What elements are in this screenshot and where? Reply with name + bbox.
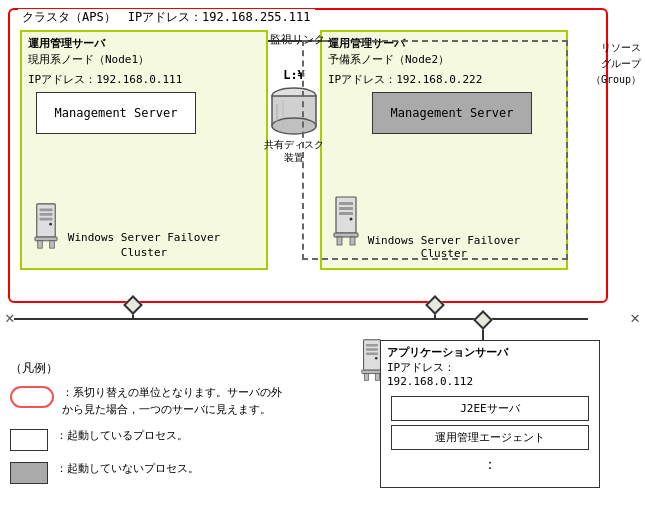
xmark-right: ✕: [630, 308, 640, 327]
ws-failover-right: Windows Server Failover Cluster: [364, 234, 524, 260]
network-hline: [14, 318, 588, 320]
app-server-ip: IPアドレス： 192.168.0.112: [381, 360, 599, 392]
j2ee-server-box: J2EEサーバ: [391, 396, 589, 421]
svg-rect-11: [339, 212, 353, 215]
svg-rect-28: [375, 374, 379, 381]
svg-rect-9: [339, 202, 353, 205]
app-server-title: アプリケーションサーバ: [381, 341, 599, 360]
svg-point-18: [272, 118, 316, 134]
mgmt-server-right: Management Server: [372, 92, 532, 134]
app-server-box: アプリケーションサーバ IPアドレス： 192.168.0.112 J2EEサー…: [380, 340, 600, 488]
ws-failover-left: Windows Server Failover Cluster: [64, 231, 224, 260]
svg-rect-10: [339, 207, 353, 210]
legend-rect-gray: [10, 462, 48, 484]
legend-item-1: ：系切り替えの単位となります。サーバの外から見た場合，一つのサーバに見えます。: [10, 385, 350, 418]
svg-point-4: [49, 223, 52, 226]
legend-title: （凡例）: [10, 360, 350, 377]
resource-group-label: リソースグループ（Group）: [591, 40, 641, 88]
svg-point-25: [375, 357, 378, 360]
svg-rect-6: [38, 241, 43, 248]
node-right-subtitle2: IPアドレス：192.168.0.222: [322, 71, 566, 91]
legend-item-3: ：起動していないプロセス。: [10, 461, 350, 484]
monitor-line: [268, 40, 332, 42]
svg-rect-14: [337, 237, 342, 245]
xmark-left: ✕: [5, 308, 15, 327]
mgmt-server-left: Management Server: [36, 92, 196, 134]
node-left-subtitle1: 現用系ノード（Node1）: [22, 51, 266, 71]
svg-rect-23: [366, 348, 378, 351]
svg-rect-2: [40, 213, 53, 216]
svg-rect-27: [364, 374, 368, 381]
diamond-app: [473, 310, 493, 330]
disk-icon: [269, 84, 319, 138]
svg-point-12: [350, 218, 353, 221]
legend-item-2: ：起動しているプロセス。: [10, 428, 350, 451]
node-right-subtitle1: 予備系ノード（Node2）: [322, 51, 566, 71]
svg-rect-13: [334, 233, 358, 237]
disk-caption: 共有ディスク 装置: [264, 138, 324, 164]
disk-storage: L:¥ 共有ディスク 装置: [261, 68, 327, 164]
legend-text-1: ：系切り替えの単位となります。サーバの外から見た場合，一つのサーバに見えます。: [62, 385, 282, 418]
svg-rect-3: [40, 218, 53, 221]
cluster-label: クラスタ（APS） IPアドレス：192.168.255.111: [18, 9, 315, 26]
server-icon-left: [32, 202, 60, 250]
node-right: 運用管理サーバ 予備系ノード（Node2） IPアドレス：192.168.0.2…: [320, 30, 568, 270]
node-left: 運用管理サーバ 現用系ノード（Node1） IPアドレス：192.168.0.1…: [20, 30, 268, 270]
svg-rect-7: [50, 241, 55, 248]
legend-area: （凡例） ：系切り替えの単位となります。サーバの外から見た場合，一つのサーバに見…: [10, 360, 350, 494]
svg-rect-24: [366, 352, 378, 355]
server-icon-right: [332, 195, 360, 250]
legend-oval: [10, 386, 54, 408]
node-left-subtitle2: IPアドレス：192.168.0.111: [22, 71, 266, 91]
node-left-title: 運用管理サーバ: [22, 32, 266, 51]
agent-box: 運用管理エージェント: [391, 425, 589, 450]
svg-rect-1: [40, 208, 53, 211]
cluster-box: クラスタ（APS） IPアドレス：192.168.255.111 運用管理サーバ…: [8, 8, 608, 303]
disk-label: L:¥: [283, 68, 305, 82]
legend-text-2: ：起動しているプロセス。: [56, 428, 188, 445]
svg-rect-5: [35, 237, 57, 241]
legend-text-3: ：起動していないプロセス。: [56, 461, 199, 478]
main-container: クラスタ（APS） IPアドレス：192.168.255.111 運用管理サーバ…: [0, 0, 645, 511]
svg-rect-15: [350, 237, 355, 245]
svg-rect-22: [366, 344, 378, 347]
legend-rect-white: [10, 429, 48, 451]
app-dots: ：: [381, 454, 599, 476]
node-right-title: 運用管理サーバ: [322, 32, 566, 51]
